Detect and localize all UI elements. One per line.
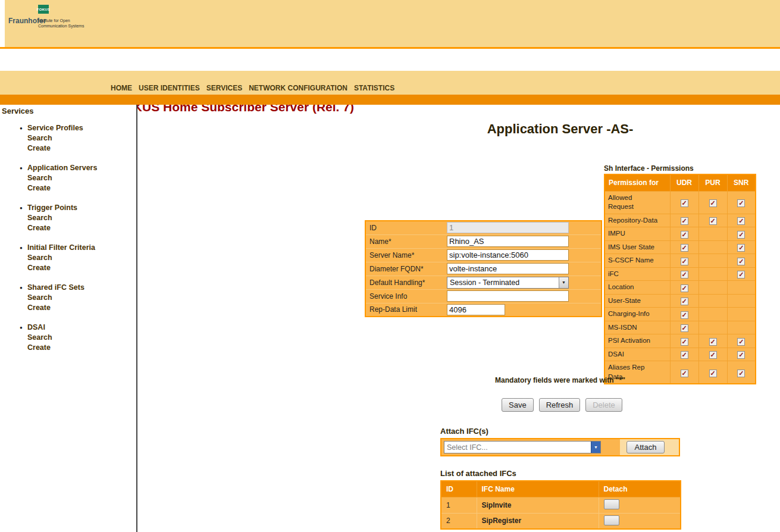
form-field-cell [446, 303, 573, 317]
checkbox-checked-icon[interactable]: ✓ [681, 217, 688, 225]
form-input-service-info[interactable] [447, 290, 569, 302]
sidebar-divider [136, 105, 137, 532]
nav-item-user-identities[interactable]: USER IDENTITIES [139, 84, 200, 92]
form-field-label: Service Info [365, 289, 446, 303]
form-input-server-name[interactable] [447, 249, 569, 261]
checkbox-checked-icon[interactable]: ✓ [709, 370, 717, 377]
sidebar-link-create[interactable]: Create [27, 223, 136, 233]
permission-row: S-CSCF Name✓✓ [604, 254, 756, 268]
form-select-default-handling[interactable]: Session - Terminated▼ [447, 277, 569, 289]
sidebar-link-search[interactable]: Search [27, 133, 136, 143]
attach-button[interactable]: Attach [626, 441, 665, 453]
checkbox-checked-icon[interactable]: ✓ [737, 351, 745, 359]
permission-row: IMS User State✓✓ [604, 240, 756, 254]
form-row: Name* [365, 234, 602, 248]
sidebar-link-create[interactable]: Create [27, 343, 136, 353]
nav-item-network-configuration[interactable]: NETWORK CONFIGURATION [249, 84, 347, 92]
nav-item-home[interactable]: HOME [111, 84, 132, 92]
checkbox-checked-icon[interactable]: ✓ [681, 351, 688, 359]
checkbox-checked-icon[interactable]: ✓ [709, 351, 717, 359]
permission-label: User-State [604, 294, 670, 308]
ifc-row: 1SipInvite [441, 497, 681, 513]
checkbox-checked-icon[interactable]: ✓ [681, 338, 688, 346]
permission-label: iFC [604, 267, 670, 281]
permission-snr-cell [727, 281, 756, 295]
ifc-select[interactable]: Select IFC... ▼ [444, 441, 601, 453]
checkbox-checked-icon[interactable]: ✓ [681, 324, 688, 332]
detach-button[interactable] [604, 499, 619, 509]
sidebar-link-search[interactable]: Search [27, 173, 136, 183]
ifc-detach-cell [599, 497, 681, 513]
sidebar-title: Services [2, 107, 136, 115]
form-input-rep-data-limit[interactable] [447, 304, 505, 315]
permission-snr-cell: ✓ [727, 214, 756, 227]
checkbox-checked-icon[interactable]: ✓ [681, 231, 688, 239]
main-nav: HOMEUSER IDENTITIESSERVICESNETWORK CONFI… [111, 84, 394, 92]
permission-udr-cell: ✓ [670, 254, 698, 268]
form-input-name[interactable] [447, 236, 569, 247]
checkbox-checked-icon[interactable]: ✓ [681, 370, 688, 377]
mandatory-note: Mandatory fields were marked with "*" [440, 376, 680, 384]
permission-snr-cell: ✓ [727, 254, 756, 268]
permission-pur-cell: ✓ [698, 214, 727, 227]
checkbox-checked-icon[interactable]: ✓ [681, 271, 688, 278]
checkbox-checked-icon[interactable]: ✓ [737, 217, 745, 225]
sidebar-group-label[interactable]: Trigger Points [27, 203, 136, 213]
sidebar-group-label[interactable]: Shared iFC Sets [27, 283, 136, 293]
form-input-id [447, 222, 569, 233]
permission-snr-cell [727, 321, 756, 334]
sidebar-link-create[interactable]: Create [27, 183, 136, 193]
sidebar-link-search[interactable]: Search [27, 293, 136, 303]
sidebar-link-create[interactable]: Create [27, 303, 136, 313]
checkbox-checked-icon[interactable]: ✓ [737, 244, 745, 252]
title-band: FHoSS - The FOKUS Home Subscriber Server… [0, 49, 780, 71]
sidebar-group-label[interactable]: Service Profiles [27, 123, 136, 133]
checkbox-checked-icon[interactable]: ✓ [737, 370, 745, 377]
save-button[interactable]: Save [502, 398, 534, 412]
sidebar-group-label[interactable]: Application Servers [27, 163, 136, 173]
checkbox-checked-icon[interactable]: ✓ [709, 217, 717, 225]
checkbox-checked-icon[interactable]: ✓ [681, 199, 688, 207]
dropdown-arrow-icon[interactable]: ▼ [559, 277, 568, 288]
sidebar-group-dsai: DSAISearchCreate [27, 323, 136, 353]
checkbox-checked-icon[interactable]: ✓ [737, 231, 745, 239]
checkbox-checked-icon[interactable]: ✓ [681, 258, 688, 265]
nav-item-statistics[interactable]: STATISTICS [354, 84, 394, 92]
ifc-column-header-ifc-name: IFC Name [477, 481, 599, 497]
checkbox-checked-icon[interactable]: ✓ [709, 199, 717, 207]
checkbox-checked-icon[interactable]: ✓ [737, 199, 745, 207]
sidebar-group-label[interactable]: Initial Filter Criteria [27, 243, 136, 253]
checkbox-checked-icon[interactable]: ✓ [681, 298, 688, 305]
form-input-diameter-fqdn[interactable] [447, 263, 569, 274]
sidebar-group-label[interactable]: DSAI [27, 323, 136, 333]
checkbox-checked-icon[interactable]: ✓ [737, 338, 745, 346]
form-field-cell [446, 262, 573, 276]
permission-label: DSAI [604, 348, 670, 361]
detach-button[interactable] [604, 515, 619, 525]
nav-item-services[interactable]: SERVICES [206, 84, 242, 92]
permission-udr-cell: ✓ [670, 267, 698, 281]
refresh-button[interactable]: Refresh [539, 398, 581, 412]
checkbox-checked-icon[interactable]: ✓ [737, 271, 745, 278]
sidebar-link-create[interactable]: Create [27, 143, 136, 154]
permissions-column-header-snr: SNR [727, 174, 756, 191]
checkbox-checked-icon[interactable]: ✓ [681, 244, 688, 252]
checkbox-checked-icon[interactable]: ✓ [681, 284, 688, 292]
permission-snr-cell: ✓ [727, 361, 756, 384]
ifc-name-cell: SipRegister [477, 513, 599, 529]
sidebar-link-create[interactable]: Create [27, 263, 136, 273]
checkbox-checked-icon[interactable]: ✓ [737, 258, 745, 265]
sidebar-link-search[interactable]: Search [27, 213, 136, 223]
dropdown-arrow-icon[interactable]: ▼ [591, 442, 600, 453]
sidebar-link-search[interactable]: Search [27, 333, 136, 343]
select-value: Session - Terminated [447, 278, 559, 287]
permissions-column-header-udr: UDR [670, 174, 698, 191]
form-row: Server Name* [365, 248, 602, 262]
checkbox-checked-icon[interactable]: ✓ [681, 311, 688, 319]
form-filler-cell [573, 248, 602, 262]
checkbox-checked-icon[interactable]: ✓ [709, 338, 717, 346]
form-field-label: Rep-Data Limit [365, 303, 446, 317]
permission-row: Repository-Data✓✓✓ [604, 214, 756, 227]
sidebar-link-search[interactable]: Search [27, 253, 136, 263]
permission-pur-cell: ✓ [698, 361, 727, 384]
